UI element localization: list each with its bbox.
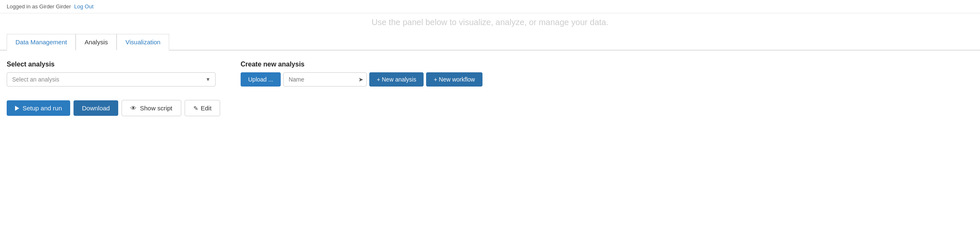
edit-label: Edit [201, 105, 212, 112]
new-analysis-button[interactable]: + New analysis [369, 72, 424, 87]
upload-button[interactable]: Upload ... [241, 72, 281, 87]
top-bar: Logged in as Girder Girder Log Out [0, 0, 980, 13]
show-script-label: Show script [140, 105, 173, 112]
show-script-button[interactable]: 👁 Show script [122, 100, 181, 116]
tab-analysis[interactable]: Analysis [76, 34, 117, 51]
eye-icon: 👁 [130, 105, 137, 112]
create-new-row: Upload ... ➤ + New analysis + New workfl… [241, 72, 482, 87]
two-panel: Select analysis Select an analysis ▼ Cre… [7, 61, 973, 87]
select-analysis-wrapper: Select an analysis ▼ [7, 72, 216, 87]
select-analysis-dropdown[interactable]: Select an analysis [7, 72, 216, 87]
tab-data-management[interactable]: Data Management [7, 34, 76, 51]
action-row: Setup and run Download 👁 Show script ✎ E… [7, 100, 973, 116]
tab-visualization[interactable]: Visualization [117, 34, 169, 51]
setup-run-label: Setup and run [23, 105, 62, 112]
left-panel: Select analysis Select an analysis ▼ [7, 61, 216, 87]
right-panel: Create new analysis Upload ... ➤ + New a… [241, 61, 482, 87]
new-workflow-button[interactable]: + New workflow [426, 72, 482, 87]
play-icon [15, 106, 19, 111]
logged-in-text: Logged in as Girder Girder [7, 3, 71, 10]
edit-icon: ✎ [193, 105, 198, 112]
main-content: Select analysis Select an analysis ▼ Cre… [0, 51, 980, 123]
create-new-label: Create new analysis [241, 61, 482, 68]
setup-run-button[interactable]: Setup and run [7, 100, 70, 116]
edit-button[interactable]: ✎ Edit [185, 100, 221, 116]
name-input[interactable] [283, 72, 367, 87]
name-input-wrapper: ➤ [283, 72, 367, 87]
download-button[interactable]: Download [74, 100, 118, 116]
hero-text: Use the panel below to visualize, analyz… [0, 13, 980, 34]
tab-bar: Data Management Analysis Visualization [0, 34, 980, 51]
select-analysis-label: Select analysis [7, 61, 216, 68]
logout-link[interactable]: Log Out [74, 3, 94, 10]
